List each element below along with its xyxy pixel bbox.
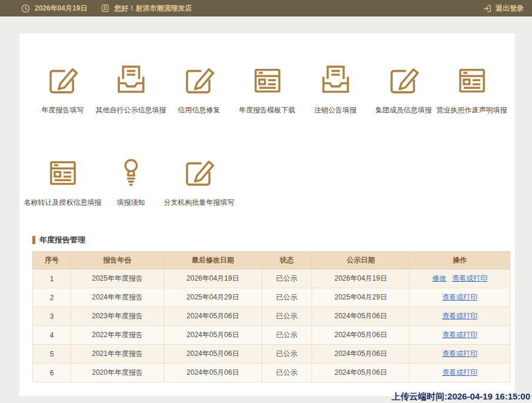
- menu-item-3[interactable]: 信用信息修复: [165, 58, 233, 115]
- upload-time: 上传云端时间:2026-04-19 16:15:00: [392, 391, 530, 402]
- edit-doc-icon: [182, 58, 217, 97]
- report-year: 2024年年度报告: [71, 288, 163, 307]
- edit-doc-icon: [182, 151, 217, 189]
- status: 已公示: [262, 326, 312, 345]
- row-no: 6: [33, 364, 71, 382]
- table-header-cell: 状态: [262, 252, 312, 269]
- table-header-cell: 公示日期: [312, 252, 409, 269]
- publish-date: 2024年05月06日: [312, 307, 409, 326]
- menu-item-label: 营业执照作废声明填报: [433, 105, 511, 115]
- table-row: 52021年年度报告2024年05月06日已公示2024年05月06日查看或打印: [33, 345, 510, 364]
- modified-date: 2026年04月19日: [164, 269, 262, 288]
- bulb-icon: [115, 151, 148, 189]
- publish-date: 2026年04月19日: [312, 269, 409, 288]
- actions-cell: 查看或打印: [410, 364, 510, 382]
- main-card: 年度报告填写 其他自行公示信息填报 信用信息修复 年度报告模板下载 注销公告填报: [19, 34, 515, 396]
- table-header-cell: 操作: [410, 252, 510, 269]
- edit-doc-icon: [45, 58, 81, 97]
- table-header-row: 序号报告年份最后修改日期状态公示日期操作: [33, 252, 510, 269]
- report-year: 2020年年度报告: [71, 364, 163, 382]
- user-greeting: 您好！射洪市潮流理发店: [114, 4, 192, 14]
- table-row: 42022年年度报告2024年05月06日已公示2024年05月06日查看或打印: [33, 326, 510, 345]
- modified-date: 2025年04月29日: [164, 288, 262, 307]
- view-print-link[interactable]: 查看或打印: [442, 349, 477, 358]
- window-doc-icon: [45, 151, 81, 189]
- menu-item-10[interactable]: 分支机构批量年报填写: [165, 151, 233, 208]
- table-row: 12025年年度报告2026年04月19日已公示2026年04月19日修改查看或…: [33, 269, 510, 288]
- modified-date: 2024年05月06日: [164, 307, 262, 326]
- row-no: 5: [33, 345, 71, 364]
- table-row: 32023年年度报告2024年05月06日已公示2024年05月06日查看或打印: [33, 307, 510, 326]
- table-row: 62020年年度报告2024年05月06日已公示2024年05月06日查看或打印: [33, 364, 510, 382]
- actions-cell: 查看或打印: [410, 345, 510, 364]
- table-header-cell: 最后修改日期: [164, 252, 262, 269]
- report-year: 2025年年度报告: [71, 269, 163, 288]
- status: 已公示: [262, 364, 312, 382]
- status: 已公示: [262, 307, 312, 326]
- logout-icon: [483, 4, 491, 13]
- logout-button[interactable]: 退出登录: [483, 4, 524, 14]
- annual-report-table-wrap: 序号报告年份最后修改日期状态公示日期操作 12025年年度报告2026年04月1…: [32, 251, 510, 382]
- view-print-link[interactable]: 查看或打印: [442, 368, 477, 377]
- user-group: 您好！射洪市潮流理发店: [101, 4, 192, 14]
- row-no: 3: [33, 307, 71, 326]
- date-group: 2026年04月19日: [21, 4, 87, 14]
- view-print-link[interactable]: 查看或打印: [442, 293, 477, 301]
- inbox-doc-icon: [113, 58, 149, 97]
- view-print-link[interactable]: 查看或打印: [442, 312, 477, 320]
- table-header-cell: 序号: [33, 252, 71, 269]
- status: 已公示: [262, 269, 312, 288]
- logout-label: 退出登录: [496, 4, 524, 14]
- table-body: 12025年年度报告2026年04月19日已公示2026年04月19日修改查看或…: [33, 269, 510, 382]
- edit-doc-icon: [386, 58, 421, 97]
- publish-date: 2025年04月29日: [312, 288, 409, 307]
- section-title: 年度报告管理: [39, 235, 85, 245]
- menu-item-label: 年度报告模板下载: [229, 105, 306, 115]
- table-header-cell: 报告年份: [71, 252, 163, 269]
- modified-date: 2024年05月06日: [164, 345, 262, 364]
- clock-icon: [21, 4, 30, 13]
- publish-date: 2024年05月06日: [312, 364, 409, 382]
- annual-report-table: 序号报告年份最后修改日期状态公示日期操作 12025年年度报告2026年04月1…: [32, 251, 510, 382]
- menu-item-7[interactable]: 营业执照作废声明填报: [438, 58, 506, 115]
- current-date: 2026年04月19日: [35, 4, 87, 14]
- view-print-link[interactable]: 查看或打印: [442, 331, 477, 339]
- menu-item-label: 其他自行公示信息填报: [92, 105, 170, 115]
- status: 已公示: [262, 288, 312, 307]
- section-marker: [32, 236, 35, 244]
- menu-item-2[interactable]: 其他自行公示信息填报: [97, 58, 165, 115]
- view-print-link[interactable]: 查看或打印: [452, 274, 487, 282]
- actions-cell: 查看或打印: [410, 326, 510, 345]
- publish-date: 2024年05月06日: [312, 345, 409, 364]
- publish-date: 2024年05月06日: [312, 326, 409, 345]
- status: 已公示: [262, 345, 312, 364]
- menu-item-6[interactable]: 集团成员信息填报: [370, 58, 438, 115]
- menu-item-label: 名称转让及授权信息填报: [24, 198, 102, 208]
- menu-item-label: 注销公告填报: [297, 105, 374, 115]
- actions-cell: 修改查看或打印: [410, 269, 510, 288]
- menu-item-label: 分支机构批量年报填写: [160, 198, 238, 208]
- menu-item-label: 年度报告填写: [24, 105, 102, 115]
- report-year: 2021年年度报告: [71, 345, 163, 364]
- table-row: 22024年年度报告2025年04月29日已公示2025年04月29日查看或打印: [33, 288, 510, 307]
- menu-item-9[interactable]: 填报须知: [97, 151, 165, 208]
- modify-link[interactable]: 修改: [432, 274, 446, 282]
- window-doc-icon: [454, 58, 490, 97]
- menu-item-5[interactable]: 注销公告填报: [302, 58, 370, 115]
- report-year: 2023年年度报告: [71, 307, 163, 326]
- menu-item-label: 填报须知: [92, 198, 170, 208]
- actions-cell: 查看或打印: [410, 288, 510, 307]
- report-year: 2022年年度报告: [71, 326, 163, 345]
- row-no: 4: [33, 326, 71, 345]
- modified-date: 2024年05月06日: [164, 364, 262, 382]
- row-no: 2: [33, 288, 71, 307]
- menu-item-label: 集团成员信息填报: [365, 105, 443, 115]
- topbar: 2026年04月19日 您好！射洪市潮流理发店 退出登录: [0, 0, 532, 16]
- menu-item-8[interactable]: 名称转让及授权信息填报: [29, 151, 97, 208]
- menu-grid: 年度报告填写 其他自行公示信息填报 信用信息修复 年度报告模板下载 注销公告填报: [19, 34, 515, 223]
- menu-item-1[interactable]: 年度报告填写: [29, 58, 97, 115]
- actions-cell: 查看或打印: [410, 307, 510, 326]
- menu-item-4[interactable]: 年度报告模板下载: [233, 58, 302, 115]
- inbox-doc-icon: [318, 58, 353, 97]
- window-doc-icon: [250, 58, 285, 97]
